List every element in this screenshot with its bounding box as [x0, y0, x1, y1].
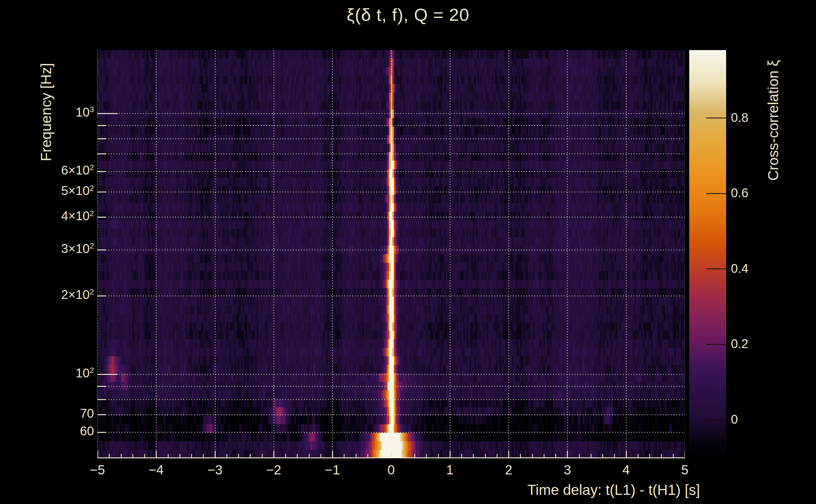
colorbar — [689, 50, 726, 460]
x-tick-label: −2 — [255, 462, 293, 478]
x-tick-label: −5 — [78, 462, 116, 478]
y-tick-label: 70 — [38, 406, 94, 421]
y-tick-label: 102 — [38, 366, 94, 380]
colorbar-tick-mark — [706, 420, 726, 421]
x-tick-label: 5 — [666, 462, 704, 478]
colorbar-tick-label: 0.2 — [731, 337, 749, 351]
y-tick-label: 103 — [38, 105, 94, 119]
x-tick-label: 2 — [490, 462, 527, 478]
x-tick-label: 4 — [607, 462, 645, 478]
spectrogram-heatmap — [97, 50, 685, 458]
x-tick-label: −3 — [196, 462, 234, 478]
x-tick-label: 3 — [548, 462, 586, 478]
x-axis-title: Time delay: t(L1) - t(H1) [s] — [498, 481, 700, 498]
y-tick-label: 4×102 — [38, 209, 94, 223]
x-tick-label: −1 — [313, 462, 351, 478]
x-tick-label: −4 — [137, 462, 175, 478]
chart-title: ξ(δ t, f), Q = 20 — [0, 4, 816, 25]
colorbar-tick-label: 0.8 — [731, 111, 749, 125]
colorbar-tick-mark — [706, 268, 726, 269]
colorbar-tick-mark — [706, 193, 726, 194]
y-tick-label: 6×102 — [38, 163, 94, 177]
y-tick-label: 60 — [38, 424, 94, 438]
colorbar-axis-title: Cross-correlation ξ — [765, 60, 782, 181]
colorbar-tick-label: 0.4 — [731, 261, 749, 276]
y-tick-label: 5×102 — [38, 184, 94, 198]
colorbar-tick-mark — [706, 344, 726, 345]
y-tick-label: 2×102 — [38, 288, 94, 302]
colorbar-tick-label: 0 — [731, 412, 738, 427]
x-tick-label: 0 — [372, 462, 410, 478]
colorbar-tick-mark — [706, 117, 726, 118]
colorbar-tick-label: 0.6 — [731, 186, 749, 200]
spectrogram-figure: ξ(δ t, f), Q = 20 Frequency [Hz] Time de… — [0, 0, 816, 504]
y-tick-label: 3×102 — [38, 242, 94, 256]
x-tick-label: 1 — [431, 462, 469, 478]
